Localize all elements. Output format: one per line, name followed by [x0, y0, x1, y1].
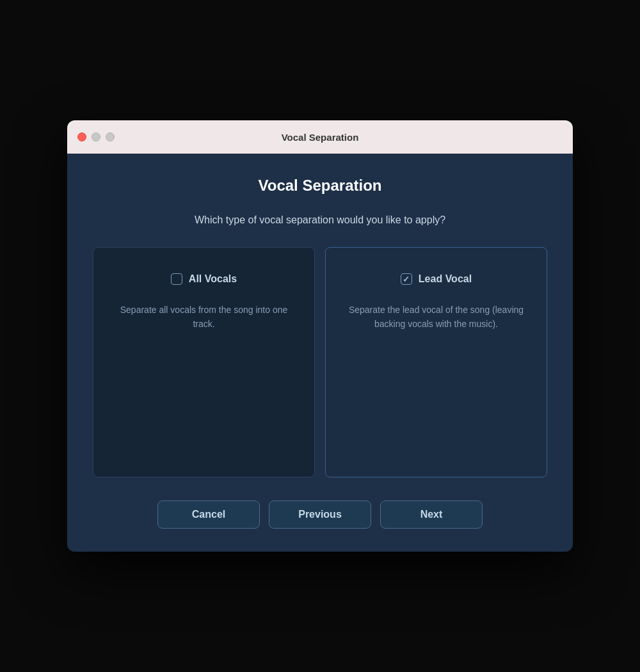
- traffic-lights: [77, 132, 115, 141]
- option-all-vocals-label: All Vocals: [189, 273, 237, 285]
- minimize-button[interactable]: [92, 132, 100, 141]
- option-lead-vocal-label: Lead Vocal: [419, 273, 472, 285]
- close-button[interactable]: [77, 132, 86, 141]
- maximize-button[interactable]: [106, 132, 115, 141]
- dialog-question: Which type of vocal separation would you…: [93, 212, 547, 228]
- dialog-heading: Vocal Separation: [93, 177, 547, 195]
- option-all-vocals-header: All Vocals: [171, 273, 237, 285]
- option-all-vocals-desc: Separate all vocals from the song into o…: [113, 303, 295, 332]
- titlebar-title: Vocal Separation: [282, 132, 359, 143]
- checkbox-all-vocals[interactable]: [171, 273, 182, 285]
- next-button[interactable]: Next: [380, 500, 483, 529]
- cancel-button[interactable]: Cancel: [157, 500, 260, 529]
- dialog-window: Vocal Separation Vocal Separation Which …: [67, 120, 573, 552]
- titlebar: Vocal Separation: [67, 120, 573, 154]
- buttons-row: Cancel Previous Next: [93, 500, 547, 529]
- option-all-vocals[interactable]: All Vocals Separate all vocals from the …: [93, 247, 315, 477]
- previous-button[interactable]: Previous: [269, 500, 371, 529]
- checkbox-lead-vocal[interactable]: [401, 273, 412, 285]
- dialog-content: Vocal Separation Which type of vocal sep…: [67, 154, 573, 552]
- option-lead-vocal-desc: Separate the lead vocal of the song (lea…: [345, 303, 527, 332]
- option-lead-vocal-header: Lead Vocal: [401, 273, 472, 285]
- options-container: All Vocals Separate all vocals from the …: [93, 247, 547, 477]
- option-lead-vocal[interactable]: Lead Vocal Separate the lead vocal of th…: [325, 247, 547, 477]
